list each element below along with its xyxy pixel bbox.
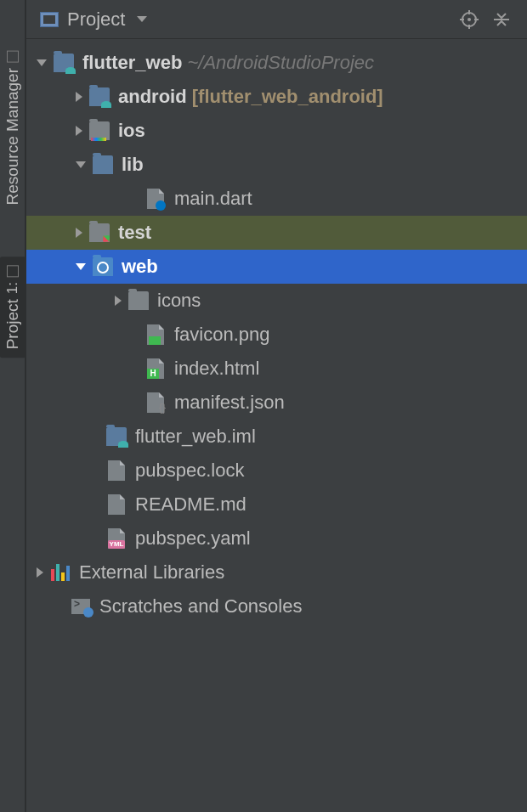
folder-icon [128, 291, 149, 310]
expand-arrow-icon[interactable] [76, 92, 82, 102]
expand-arrow-icon[interactable] [76, 228, 82, 238]
expand-arrow-icon[interactable] [76, 161, 86, 168]
side-tool-tabs: Resource Manager Project 1: [0, 0, 26, 812]
web-folder-icon [93, 257, 113, 276]
side-tab-project[interactable]: Project 1: [0, 257, 26, 358]
tree-row-web[interactable]: web [26, 250, 527, 284]
tree-label: External Libraries [79, 561, 224, 584]
tree-row-test[interactable]: test [26, 216, 527, 250]
yaml-file-icon: YML [108, 528, 125, 549]
tree-label: pubspec.yaml [135, 527, 251, 550]
tree-row-iml[interactable]: flutter_web.iml [26, 420, 527, 454]
tree-label: manifest.json [174, 392, 285, 414]
tree-label: pubspec.lock [135, 460, 244, 482]
tree-row-ios[interactable]: ios [26, 114, 527, 148]
dart-file-icon [147, 189, 164, 209]
tree-label: test [118, 222, 151, 244]
ios-folder-icon [89, 121, 110, 140]
leaf-spacer [89, 499, 99, 510]
project-icon [7, 265, 19, 277]
module-name: [flutter_web_android] [192, 86, 383, 108]
side-tab-label: Project [3, 299, 22, 349]
project-panel: Project flutter_web ~/AndroidStudioProje… [26, 0, 527, 812]
text-file-icon [108, 460, 125, 481]
libraries-icon [51, 564, 70, 581]
resource-manager-icon [7, 51, 19, 63]
html-file-icon: H [147, 358, 164, 379]
project-toolbar: Project [26, 0, 527, 39]
tree-label: icons [157, 290, 201, 312]
tree-label: README.md [135, 493, 246, 516]
expand-arrow-icon[interactable] [115, 296, 122, 306]
expand-arrow-icon[interactable] [37, 567, 43, 578]
leaf-spacer [54, 601, 64, 612]
tree-label: lib [122, 154, 144, 176]
collapse-icon[interactable] [490, 8, 513, 31]
tree-label: flutter_web [82, 52, 182, 74]
tree-label: favicon.png [174, 324, 270, 346]
expand-arrow-icon[interactable] [37, 59, 47, 66]
tree-label: main.dart [174, 188, 252, 210]
tree-label: android [118, 86, 187, 108]
tree-row-lib[interactable]: lib [26, 148, 527, 182]
tree-label: Scratches and Consoles [99, 595, 302, 617]
json-file-icon: {} [147, 392, 164, 413]
leaf-spacer [89, 533, 99, 544]
expand-arrow-icon[interactable] [76, 126, 82, 136]
project-tree[interactable]: flutter_web ~/AndroidStudioProjec androi… [26, 39, 527, 812]
tree-row-pubspec-lock[interactable]: pubspec.lock [26, 454, 527, 488]
side-tab-label: Resource Manager [3, 68, 22, 206]
source-folder-icon [93, 155, 113, 174]
flutter-project-folder-icon [54, 54, 74, 72]
leaf-spacer [128, 364, 139, 374]
image-file-icon [147, 324, 164, 345]
side-tab-num: 1: [4, 282, 21, 294]
tree-label: flutter_web.iml [135, 426, 256, 448]
tree-row-manifest[interactable]: {} manifest.json [26, 386, 527, 420]
tree-row-external-libs[interactable]: External Libraries [26, 555, 527, 589]
tree-row-icons[interactable]: icons [26, 284, 527, 318]
project-view-icon [40, 12, 59, 27]
iml-file-icon [106, 427, 127, 446]
leaf-spacer [89, 465, 99, 476]
tree-row-readme[interactable]: README.md [26, 488, 527, 522]
chevron-down-icon[interactable] [137, 16, 147, 22]
tree-row-scratches[interactable]: Scratches and Consoles [26, 589, 527, 623]
tree-path: ~/AndroidStudioProjec [187, 52, 374, 74]
tree-label: ios [118, 120, 145, 142]
tree-row-pubspec-yaml[interactable]: YML pubspec.yaml [26, 522, 527, 555]
svg-point-1 [468, 18, 471, 21]
tree-label: index.html [174, 358, 259, 380]
module-folder-icon [89, 87, 110, 106]
tree-row-favicon[interactable]: favicon.png [26, 318, 527, 352]
leaf-spacer [128, 330, 139, 340]
leaf-spacer [128, 398, 139, 408]
locate-icon[interactable] [457, 8, 481, 31]
tree-root-row[interactable]: flutter_web ~/AndroidStudioProjec [26, 46, 527, 80]
tree-row-android[interactable]: android [flutter_web_android] [26, 80, 527, 114]
leaf-spacer [89, 431, 99, 442]
side-tab-resource-manager[interactable]: Resource Manager [3, 51, 22, 206]
project-view-title[interactable]: Project [67, 8, 125, 31]
tree-row-index-html[interactable]: H index.html [26, 352, 527, 386]
text-file-icon [108, 494, 125, 515]
tree-label: web [122, 256, 158, 278]
scratches-icon [71, 599, 90, 614]
leaf-spacer [128, 194, 139, 204]
tree-row-main-dart[interactable]: main.dart [26, 182, 527, 216]
expand-arrow-icon[interactable] [76, 263, 86, 270]
test-folder-icon [89, 223, 110, 242]
